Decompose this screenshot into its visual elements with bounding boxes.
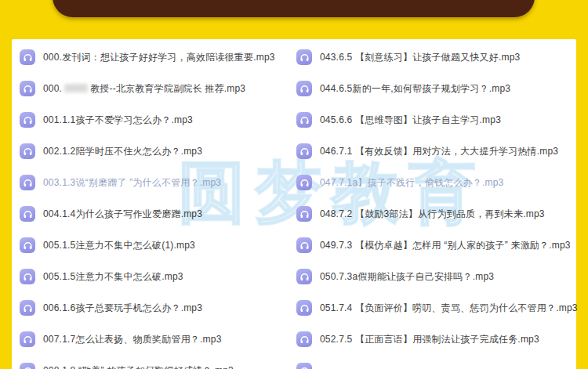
audio-file-item[interactable]: 051.7.4 【负面评价】唠叨、责骂、惩罚为什么不管用？.mp3 [296, 292, 572, 324]
headphones-icon [20, 300, 35, 316]
headphones-icon [296, 143, 312, 159]
headphones-icon [296, 175, 312, 190]
file-name: 000.发刊词：想让孩子好好学习，高效陪读很重要.mp3 [43, 51, 275, 64]
file-name: 051.7.4 【负面评价】唠叨、责骂、惩罚为什么不管用？.mp3 [320, 302, 578, 315]
file-name: 005.1.5注意力不集中怎么破.mp3 [43, 270, 183, 284]
audio-file-item[interactable]: 001.1.1孩子不爱学习怎么办？.mp3 [20, 104, 294, 136]
headphones-icon [296, 269, 312, 284]
headphones-icon [20, 269, 35, 284]
headphones-icon [20, 81, 35, 96]
audio-file-item[interactable]: 047.7.1a】孩子不践行，偷钱怎么办？.mp3 [296, 167, 572, 198]
file-name: 000.教授--北京教育学院副院长 推荐.mp3 [43, 82, 245, 96]
headphones-icon [20, 143, 35, 159]
file-name: 003.1.3说“别磨蹭了 ”为什么不管用？.mp3 [43, 176, 221, 190]
file-name: 005.1.5注意力不集中怎么破(1).mp3 [43, 239, 195, 252]
headphones-icon [296, 331, 312, 347]
audio-file-item[interactable]: 052.7.5 【正面言语】用强制法让孩子完成任务.mp3 [296, 324, 572, 355]
file-column-right: 043.6.5 【刻意练习】让孩子做题又快又好.mp3 044.6.5新的一年,… [296, 42, 572, 369]
audio-file-item[interactable]: 005.1.5注意力不集中怎么破.mp3 [20, 261, 294, 292]
audio-file-item[interactable]: 003.1.3说“别磨蹭了 ”为什么不管用？.mp3 [20, 167, 294, 198]
headphones-icon [20, 112, 35, 128]
file-name: 043.6.5 【刻意练习】让孩子做题又快又好.mp3 [320, 51, 520, 64]
audio-file-item[interactable]: 043.6.5 【刻意练习】让孩子做题又快又好.mp3 [296, 42, 572, 73]
file-name: 050.7.3a假期能让孩子自己安排吗？.mp3 [320, 270, 494, 284]
audio-file-item[interactable]: 049.7.3 【模仿卓越】怎样用 “别人家的孩子” 来激励？.mp3 [296, 230, 572, 261]
headphones-icon [296, 49, 312, 65]
audio-file-item[interactable]: 005.1.5注意力不集中怎么破(1).mp3 [20, 230, 294, 261]
file-name: 047.7.1a】孩子不践行，偷钱怎么办？.mp3 [320, 176, 503, 190]
file-column-left: 000.发刊词：想让孩子好好学习，高效陪读很重要.mp3 000.教授--北京教… [20, 42, 294, 369]
audio-file-item[interactable]: 008.1.8 “散养” 的孩子如何取得好成绩？.mp3 [20, 355, 294, 369]
redacted-text [64, 84, 88, 92]
headphones-icon [20, 237, 35, 253]
file-name: 048.7.2 【鼓励3部法】从行为到品质，再到未来.mp3 [320, 208, 545, 221]
file-name: 044.6.5新的一年,如何帮孩子规划学习？.mp3 [320, 82, 510, 96]
audio-file-item[interactable]: 045.6.6 【思维导图】让孩子自主学习.mp3 [296, 104, 572, 136]
audio-file-item[interactable]: 050.7.3a假期能让孩子自己安排吗？.mp3 [296, 261, 572, 292]
headphones-icon [20, 206, 35, 222]
file-name: 052.7.5 【正面言语】用强制法让孩子完成任务.mp3 [320, 333, 539, 346]
audio-file-item[interactable]: 000.发刊词：想让孩子好好学习，高效陪读很重要.mp3 [20, 42, 294, 73]
file-name: 002.1.2陪学时压不住火怎么办？.mp3 [43, 145, 202, 158]
file-list-card: 圆梦教育 000.发刊词：想让孩子好好学习，高效陪读很重要.mp3 000.教授… [12, 39, 576, 369]
page: 圆梦教育 000.发刊词：想让孩子好好学习，高效陪读很重要.mp3 000.教授… [0, 0, 588, 369]
headphones-icon [296, 363, 312, 369]
headphones-icon [20, 175, 35, 190]
file-name: 001.1.1孩子不爱学习怎么办？.mp3 [43, 114, 193, 127]
audio-file-item[interactable]: 002.1.2陪学时压不住火怎么办？.mp3 [20, 136, 294, 167]
headphones-icon [20, 49, 35, 65]
file-name: 008.1.8 “散养” 的孩子如何取得好成绩？.mp3 [43, 364, 234, 369]
audio-file-item[interactable]: 006.1.6孩子总要玩手机怎么办？.mp3 [20, 292, 294, 324]
file-name: 049.7.3 【模仿卓越】怎样用 “别人家的孩子” 来激励？.mp3 [320, 239, 571, 252]
headphones-icon [20, 363, 35, 369]
headphones-icon [296, 237, 312, 253]
header-bar [53, 0, 535, 17]
headphones-icon [20, 331, 35, 347]
audio-file-item[interactable] [296, 355, 572, 369]
audio-file-item[interactable]: 046.7.1 【有效反馈】用对方法，大大提升学习热情.mp3 [296, 136, 572, 167]
audio-file-item[interactable]: 048.7.2 【鼓励3部法】从行为到品质，再到未来.mp3 [296, 198, 572, 230]
headphones-icon [296, 81, 312, 96]
audio-file-item[interactable]: 000.教授--北京教育学院副院长 推荐.mp3 [20, 73, 294, 104]
audio-file-item[interactable]: 007.1.7怎么让表扬、物质奖励管用？.mp3 [20, 324, 294, 355]
audio-file-item[interactable]: 044.6.5新的一年,如何帮孩子规划学习？.mp3 [296, 73, 572, 104]
file-name: 045.6.6 【思维导图】让孩子自主学习.mp3 [320, 114, 501, 127]
headphones-icon [296, 300, 312, 316]
file-name: 006.1.6孩子总要玩手机怎么办？.mp3 [43, 302, 202, 315]
headphones-icon [296, 206, 312, 222]
file-name: 007.1.7怎么让表扬、物质奖励管用？.mp3 [43, 333, 222, 346]
file-name: 046.7.1 【有效反馈】用对方法，大大提升学习热情.mp3 [320, 145, 558, 158]
file-name: 004.1.4为什么孩子写作业爱磨蹭.mp3 [43, 208, 202, 221]
headphones-icon [296, 112, 312, 128]
audio-file-item[interactable]: 004.1.4为什么孩子写作业爱磨蹭.mp3 [20, 198, 294, 230]
